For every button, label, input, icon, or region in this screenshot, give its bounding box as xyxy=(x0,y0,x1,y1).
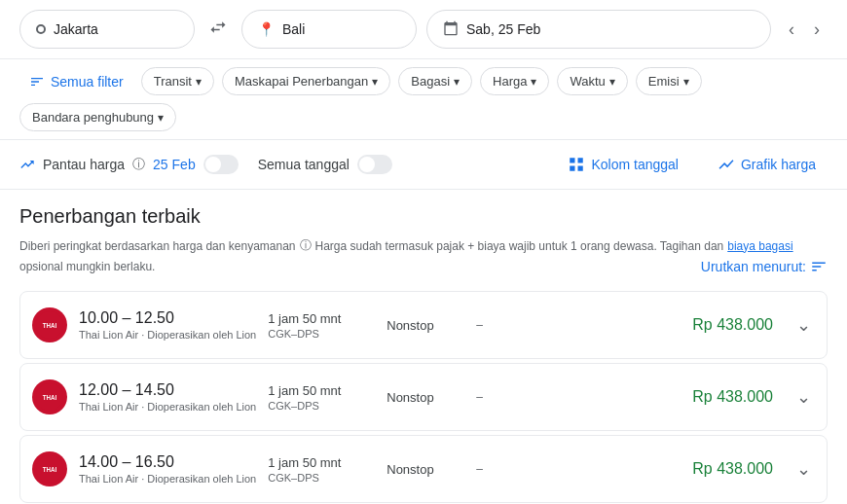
grafik-label: Grafik harga xyxy=(741,157,816,172)
price-track-right: Kolom tanggal Grafik harga xyxy=(556,150,828,179)
destination-text: Bali xyxy=(282,21,305,37)
flight-time-main-3: 14.00 – 16.50 xyxy=(79,453,256,471)
calendar-icon xyxy=(443,20,459,39)
transit-chevron-icon: ▾ xyxy=(196,75,202,89)
expand-flight-2-button[interactable]: ⌄ xyxy=(792,382,815,412)
flight-price-1: Rp 438.000 xyxy=(692,316,773,334)
best-flights-subtitle: Diberi peringkat berdasarkan harga dan k… xyxy=(19,237,828,275)
origin-dot-icon xyxy=(36,24,46,34)
price-label: Harga xyxy=(493,74,527,89)
thai-lion-logo: THAI xyxy=(32,307,67,342)
grafik-icon xyxy=(718,156,735,173)
sort-label: Urutkan menurut: xyxy=(701,259,806,274)
baggage-chevron-icon: ▾ xyxy=(454,75,460,89)
flight-times-1: 10.00 – 12.50 Thai Lion Air · Dioperasik… xyxy=(79,309,256,341)
grafik-harga-button[interactable]: Grafik harga xyxy=(706,150,828,179)
svg-text:THAI: THAI xyxy=(43,466,57,473)
baggage-label: Bagasi xyxy=(411,74,450,89)
flight-emissions-3: – xyxy=(476,462,583,476)
main-content: Penerbangan terbaik Diberi peringkat ber… xyxy=(0,190,847,504)
flight-price-2: Rp 438.000 xyxy=(692,388,773,406)
subtitle-2: Harga sudah termasuk pajak + biaya wajib… xyxy=(315,239,724,253)
kolom-tanggal-button[interactable]: Kolom tanggal xyxy=(556,150,690,179)
flight-stops-1: Nonstop xyxy=(387,318,464,333)
airline-chevron-icon: ▾ xyxy=(372,75,378,89)
swap-icon[interactable] xyxy=(204,14,232,46)
flight-emissions-1: – xyxy=(476,318,583,332)
flight-price-3: Rp 438.000 xyxy=(692,460,773,478)
flight-list: THAI 10.00 – 12.50 Thai Lion Air · Diope… xyxy=(19,291,828,504)
price-filter-button[interactable]: Harga ▾ xyxy=(480,67,549,95)
price-track-bar: Pantau harga ⓘ 25 Feb Semua tanggal Kolo… xyxy=(0,140,847,190)
destination-field[interactable]: 📍 Bali xyxy=(241,10,417,49)
best-flights-title: Penerbangan terbaik xyxy=(19,205,201,228)
thai-lion-logo-2: THAI xyxy=(32,379,67,414)
time-chevron-icon: ▾ xyxy=(609,75,615,89)
subtitle-3: opsional mungkin berlaku. xyxy=(19,260,155,273)
expand-flight-1-button[interactable]: ⌄ xyxy=(792,310,815,340)
time-label: Waktu xyxy=(570,74,605,89)
baggage-link[interactable]: biaya bagasi xyxy=(727,239,792,253)
connecting-airport-label: Bandara penghubung xyxy=(32,110,154,125)
flight-time-main-2: 12.00 – 14.50 xyxy=(79,381,256,399)
airline-filter-button[interactable]: Maskapai Penerbangan ▾ xyxy=(222,67,390,95)
origin-field[interactable]: Jakarta xyxy=(19,10,195,49)
emission-label: Emisi xyxy=(648,74,680,89)
price-track-label: Pantau harga xyxy=(43,157,125,172)
connecting-airport-filter-button[interactable]: Bandara penghubung ▾ xyxy=(19,103,176,131)
date-text: Sab, 25 Feb xyxy=(466,21,540,37)
flight-card[interactable]: THAI 10.00 – 12.50 Thai Lion Air · Diope… xyxy=(19,291,828,359)
price-chevron-icon: ▾ xyxy=(531,75,536,89)
emission-chevron-icon: ▾ xyxy=(683,75,689,89)
transit-filter-button[interactable]: Transit ▾ xyxy=(141,67,214,95)
flight-card[interactable]: THAI 12.00 – 14.50 Thai Lion Air · Diope… xyxy=(19,363,828,431)
flight-airline-3: Thai Lion Air · Dioperasikan oleh Lion xyxy=(79,473,256,485)
info-icon-2: ⓘ xyxy=(300,237,312,254)
emission-filter-button[interactable]: Emisi ▾ xyxy=(636,67,702,95)
time-filter-button[interactable]: Waktu ▾ xyxy=(557,67,627,95)
price-track-toggle[interactable] xyxy=(203,155,239,174)
date-field[interactable]: Sab, 25 Feb xyxy=(426,10,771,49)
all-filters-label: Semua filter xyxy=(51,74,124,90)
all-filters-button[interactable]: Semua filter xyxy=(19,68,133,95)
subtitle-1: Diberi peringkat berdasarkan harga dan k… xyxy=(19,239,296,253)
sort-icon xyxy=(810,258,828,275)
flight-time-main-1: 10.00 – 12.50 xyxy=(79,309,256,327)
flight-duration-2: 1 jam 50 mnt CGK–DPS xyxy=(268,383,375,412)
connecting-airport-chevron-icon: ▾ xyxy=(158,111,164,125)
flight-duration-1: 1 jam 50 mnt CGK–DPS xyxy=(268,311,375,340)
info-icon: ⓘ xyxy=(132,156,145,173)
svg-text:THAI: THAI xyxy=(43,394,57,401)
flight-times-2: 12.00 – 14.50 Thai Lion Air · Dioperasik… xyxy=(79,381,256,413)
thai-lion-logo-3: THAI xyxy=(32,451,67,486)
flight-airline-1: Thai Lion Air · Dioperasikan oleh Lion xyxy=(79,329,256,341)
track-date: 25 Feb xyxy=(153,157,196,172)
trend-icon xyxy=(19,157,35,172)
kolom-label: Kolom tanggal xyxy=(591,157,679,172)
search-bar: Jakarta 📍 Bali Sab, 25 Feb ‹ › xyxy=(0,0,847,59)
date-navigation: ‹ › xyxy=(781,16,828,44)
flight-card[interactable]: THAI 14.00 – 16.50 Thai Lion Air · Diope… xyxy=(19,435,828,503)
sort-by-button[interactable]: Urutkan menurut: xyxy=(701,258,828,275)
prev-date-button[interactable]: ‹ xyxy=(781,16,802,44)
expand-flight-3-button[interactable]: ⌄ xyxy=(792,454,815,484)
kolom-icon xyxy=(568,156,585,173)
svg-text:THAI: THAI xyxy=(43,322,57,329)
transit-label: Transit xyxy=(154,74,192,89)
next-date-button[interactable]: › xyxy=(806,16,828,44)
flight-emissions-2: – xyxy=(476,390,583,404)
destination-pin-icon: 📍 xyxy=(258,21,275,37)
all-dates-label: Semua tanggal xyxy=(258,157,350,172)
flight-airline-2: Thai Lion Air · Dioperasikan oleh Lion xyxy=(79,401,256,413)
filter-bar: Semua filter Transit ▾ Maskapai Penerban… xyxy=(0,59,847,140)
flight-times-3: 14.00 – 16.50 Thai Lion Air · Dioperasik… xyxy=(79,453,256,485)
airline-label: Maskapai Penerbangan xyxy=(235,74,368,89)
flight-duration-3: 1 jam 50 mnt CGK–DPS xyxy=(268,455,375,484)
origin-text: Jakarta xyxy=(54,21,98,37)
flight-stops-2: Nonstop xyxy=(387,390,464,405)
all-dates-toggle[interactable] xyxy=(357,155,392,174)
price-track-left: Pantau harga ⓘ 25 Feb Semua tanggal xyxy=(19,155,540,174)
baggage-filter-button[interactable]: Bagasi ▾ xyxy=(398,67,472,95)
flight-stops-3: Nonstop xyxy=(387,462,464,477)
